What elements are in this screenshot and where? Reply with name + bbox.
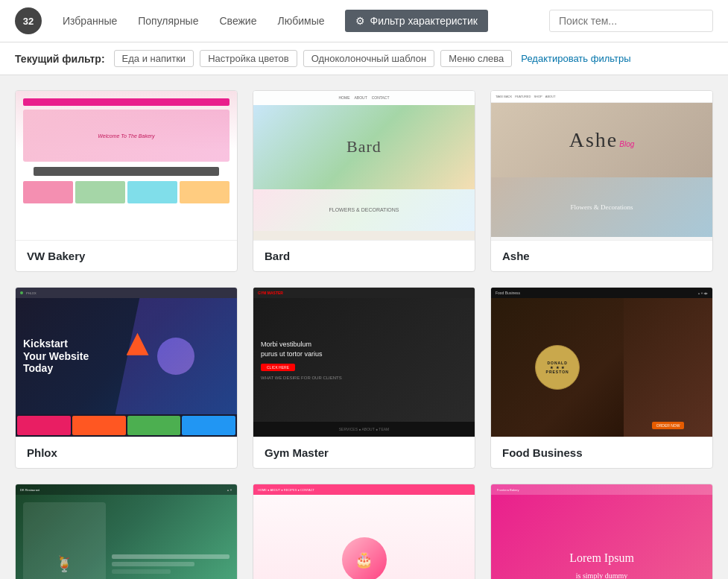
- theme-thumb-gymmaster: GYM MASTER Morbi vestibulumpurus ut tort…: [253, 288, 475, 437]
- filter-bar: Текущий фильтр: Еда и напитки Настройка …: [0, 42, 728, 75]
- theme-thumb-vwbakery: Welcome To The Bakery: [16, 91, 237, 240]
- search-input[interactable]: [549, 10, 713, 32]
- theme-thumb-bard: HOMEABOUTCONTACT Bard FLOWERS & DECORATI…: [253, 91, 475, 240]
- theme-thumb-foodbusiness: Food Business ▲▼◀▶ DONALD★ ★ ★PRESTON OR…: [491, 288, 712, 437]
- filter-bar-label: Текущий фильтр:: [15, 53, 105, 65]
- filter-tag-food[interactable]: Еда и напитки: [114, 50, 194, 67]
- tab-loved[interactable]: Любимые: [268, 10, 333, 31]
- filter-characteristics-button[interactable]: ⚙ Фильтр характеристик: [345, 10, 487, 32]
- theme-name-vwbakery: VW Bakery: [16, 240, 237, 271]
- theme-thumb-bakery2: Frontiera Bakery Lorem Ipsum is simply d…: [491, 484, 712, 579]
- filter-tag-layout[interactable]: Одноколоночный шаблон: [303, 50, 435, 67]
- theme-name-phlox: Phlox: [16, 437, 237, 468]
- filter-tag-menu[interactable]: Меню слева: [440, 50, 512, 67]
- theme-card-dk[interactable]: DK Restaurant ▲▼ 🍹: [15, 484, 238, 579]
- theme-card-ashe[interactable]: TAKE BACKFEATUREDSHOPABOUT Ashe Blog Flo…: [490, 90, 713, 272]
- theme-thumb-ashe: TAKE BACKFEATUREDSHOPABOUT Ashe Blog Flo…: [491, 91, 712, 240]
- theme-count-badge: 32: [15, 7, 42, 34]
- theme-name-bard: Bard: [253, 240, 475, 271]
- tab-favorites[interactable]: Избранные: [54, 10, 126, 31]
- gear-icon: ⚙: [355, 15, 365, 27]
- filter-tag-colors[interactable]: Настройка цветов: [200, 50, 297, 67]
- filter-btn-label: Фильтр характеристик: [370, 15, 477, 27]
- theme-thumb-pink: HOME ● ABOUT ● RECIPES ● CONTACT 🎂 A lit…: [253, 484, 475, 579]
- theme-card-gymmaster[interactable]: GYM MASTER Morbi vestibulumpurus ut tort…: [253, 287, 475, 469]
- themes-grid: Welcome To The Bakery VW Bakery HOMEABOU…: [0, 75, 728, 579]
- theme-name-ashe: Ashe: [491, 240, 712, 271]
- edit-filters-link[interactable]: Редактировать фильтры: [521, 53, 630, 64]
- filter-tabs: Избранные Популярные Свежие Любимые: [54, 10, 333, 31]
- tab-popular[interactable]: Популярные: [129, 10, 207, 31]
- theme-card-foodbusiness[interactable]: Food Business ▲▼◀▶ DONALD★ ★ ★PRESTON OR…: [490, 287, 713, 469]
- theme-thumb-dk: DK Restaurant ▲▼ 🍹: [16, 484, 237, 579]
- tab-fresh[interactable]: Свежие: [210, 10, 265, 31]
- theme-name-gymmaster: Gym Master: [253, 437, 475, 468]
- theme-card-phlox[interactable]: PHLOX KickstartYour WebsiteToday: [15, 287, 238, 469]
- theme-thumb-phlox: PHLOX KickstartYour WebsiteToday: [16, 288, 237, 437]
- theme-card-vwbakery[interactable]: Welcome To The Bakery VW Bakery: [15, 90, 238, 272]
- top-bar: 32 Избранные Популярные Свежие Любимые ⚙…: [0, 0, 728, 42]
- theme-name-foodbusiness: Food Business: [491, 437, 712, 468]
- theme-card-pink[interactable]: HOME ● ABOUT ● RECIPES ● CONTACT 🎂 A lit…: [253, 484, 475, 579]
- theme-card-bakery2[interactable]: Frontiera Bakery Lorem Ipsum is simply d…: [490, 484, 713, 579]
- theme-card-bard[interactable]: HOMEABOUTCONTACT Bard FLOWERS & DECORATI…: [253, 90, 475, 272]
